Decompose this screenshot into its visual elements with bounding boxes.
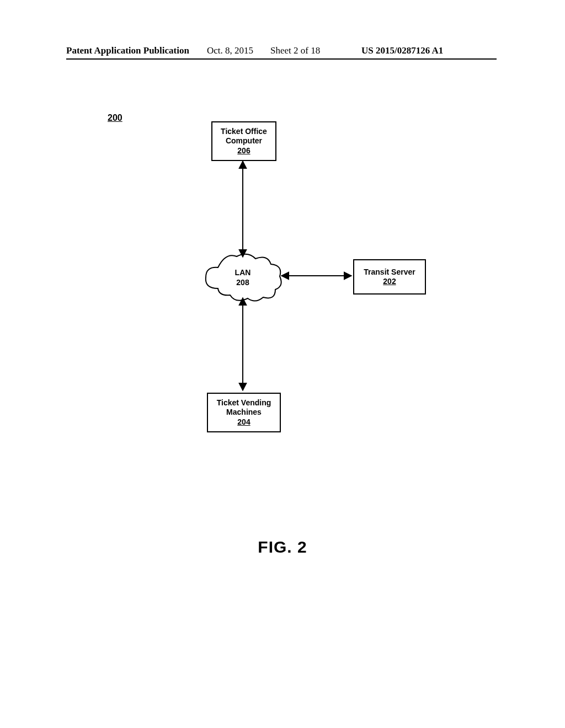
figure-caption: FIG. 2 (0, 538, 565, 556)
node-lan-title: LAN (235, 268, 251, 277)
node-ticket-vending-machines: Ticket Vending Machines 204 (207, 393, 281, 432)
page: Patent Application Publication Oct. 8, 2… (0, 0, 565, 728)
node-ticket-office-computer: Ticket Office Computer 206 (211, 121, 276, 161)
node-lan: LAN 208 (221, 268, 265, 287)
node-ticket-vending-title: Ticket Vending Machines (208, 398, 280, 417)
node-ticket-office-ref: 206 (237, 146, 250, 156)
node-ticket-vending-ref: 204 (237, 417, 250, 427)
node-lan-ref: 208 (221, 278, 265, 288)
node-transit-server-ref: 202 (383, 277, 396, 287)
node-transit-server-title: Transit Server (364, 267, 415, 277)
node-transit-server: Transit Server 202 (353, 259, 426, 295)
diagram-svg (0, 0, 565, 728)
node-ticket-office-title: Ticket Office Computer (212, 127, 275, 146)
